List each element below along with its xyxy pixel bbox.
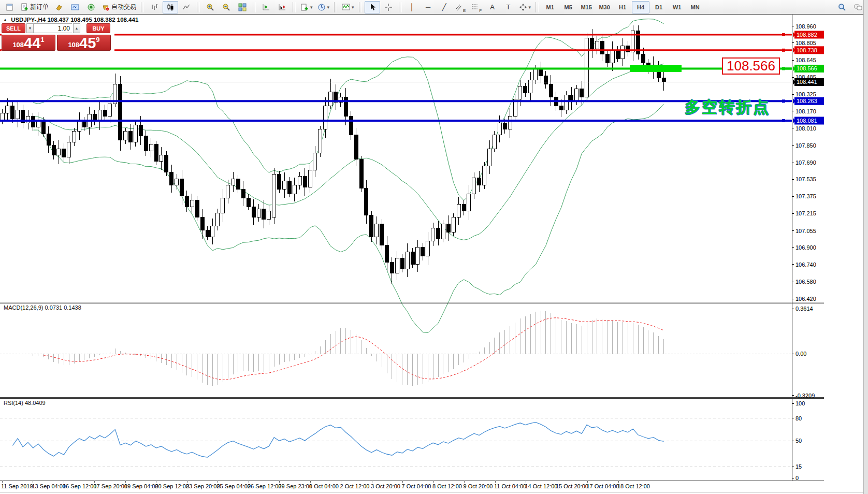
buy-button[interactable]: BUY xyxy=(86,23,110,33)
candles xyxy=(1,25,666,284)
sell-price-prefix: 108 xyxy=(12,41,24,49)
ohlc-values-label: 108.437 108.495 108.382 108.441 xyxy=(47,17,138,23)
buy-price-button[interactable]: 108459 xyxy=(57,35,111,51)
window-right-edge xyxy=(863,0,868,494)
svg-text:-0.3209: -0.3209 xyxy=(795,393,815,399)
svg-text:108.805: 108.805 xyxy=(795,40,816,46)
svg-text:106.900: 106.900 xyxy=(795,244,816,251)
svg-text:107.690: 107.690 xyxy=(795,159,816,166)
hline-handle xyxy=(782,49,785,52)
svg-text:7 Oct 04:00: 7 Oct 04:00 xyxy=(402,483,431,489)
macd-histogram xyxy=(33,311,664,386)
svg-text:25 Sep 04:00: 25 Sep 04:00 xyxy=(217,483,251,489)
volume-input[interactable] xyxy=(34,23,72,33)
svg-text:107.215: 107.215 xyxy=(795,210,816,216)
svg-text:108.010: 108.010 xyxy=(795,125,816,132)
buy-price-prefix: 108 xyxy=(68,41,79,49)
svg-text:14 Oct 12:00: 14 Oct 12:00 xyxy=(525,483,558,489)
svg-text:108.738: 108.738 xyxy=(797,47,817,53)
svg-text:107.850: 107.850 xyxy=(795,142,816,149)
svg-text:108.566: 108.566 xyxy=(797,65,817,71)
macd-label: MACD(12,26,9) 0.0731 0.1438 xyxy=(4,304,81,311)
svg-text:3 Oct 20:00: 3 Oct 20:00 xyxy=(371,483,400,489)
svg-text:108.960: 108.960 xyxy=(795,23,816,30)
symbol-period-label: USDJPY-,H4 xyxy=(11,17,46,23)
green-zone-rect[interactable] xyxy=(630,65,682,72)
bollinger-bands xyxy=(33,19,664,333)
svg-text:8 Oct 12:00: 8 Oct 12:00 xyxy=(432,483,462,489)
svg-text:50: 50 xyxy=(795,438,802,444)
hline-handle xyxy=(782,67,785,70)
svg-text:26 Sep 12:00: 26 Sep 12:00 xyxy=(248,483,281,489)
svg-text:107.375: 107.375 xyxy=(795,193,816,199)
terminal-window: 新订单 自动交易 xyxy=(0,0,868,494)
volume-increase-button[interactable]: ▲ xyxy=(73,23,80,33)
svg-text:108.325: 108.325 xyxy=(795,91,816,97)
rsi-line xyxy=(12,422,663,457)
price-callout-label[interactable]: 108.566 xyxy=(722,57,780,75)
collapse-arrow-icon[interactable]: ▲ xyxy=(3,18,7,22)
chart-area: 108.960108.805108.645108.485108.325108.1… xyxy=(0,0,868,494)
svg-text:17 Sep 20:00: 17 Sep 20:00 xyxy=(94,483,127,489)
sell-button[interactable]: SELL xyxy=(2,23,25,33)
rsi-label: RSI(14) 48.0409 xyxy=(4,400,46,406)
svg-text:107.535: 107.535 xyxy=(795,176,816,182)
one-click-trading-panel: SELL ▼ ▲ BUY 108441 108459 xyxy=(2,23,114,52)
down-arrow-icon: ▼ xyxy=(28,26,32,30)
sell-price-big: 44 xyxy=(24,36,40,50)
svg-text:108.441: 108.441 xyxy=(797,79,817,85)
svg-text:100: 100 xyxy=(795,400,805,406)
pane-frames xyxy=(0,14,868,492)
macd-signal-line xyxy=(44,318,664,380)
svg-text:15: 15 xyxy=(795,463,802,470)
svg-text:106.420: 106.420 xyxy=(795,296,816,302)
volume-decrease-button[interactable]: ▼ xyxy=(26,23,34,33)
buy-price-big: 45 xyxy=(79,36,96,50)
buy-price-sup: 9 xyxy=(96,36,99,43)
svg-text:108.882: 108.882 xyxy=(797,32,817,38)
svg-text:108.170: 108.170 xyxy=(795,108,816,114)
svg-text:19 Sep 04:00: 19 Sep 04:00 xyxy=(124,483,158,489)
svg-text:29 Sep 23:00: 29 Sep 23:00 xyxy=(279,483,312,489)
svg-text:2 Oct 12:00: 2 Oct 12:00 xyxy=(340,483,370,489)
up-arrow-icon: ▲ xyxy=(75,26,79,30)
hline-handle xyxy=(782,33,785,36)
hline-handle xyxy=(782,99,785,103)
annotation-text[interactable]: 多空转折点 xyxy=(685,97,770,118)
svg-text:23 Sep 20:00: 23 Sep 20:00 xyxy=(186,483,220,489)
svg-text:80: 80 xyxy=(795,415,802,422)
svg-text:108.081: 108.081 xyxy=(797,118,817,124)
svg-text:20 Sep 12:00: 20 Sep 12:00 xyxy=(155,483,189,489)
chart-title: ▲ USDJPY-,H4 108.437 108.495 108.382 108… xyxy=(3,17,138,23)
svg-text:0.00: 0.00 xyxy=(795,351,806,357)
svg-text:1 Oct 04:00: 1 Oct 04:00 xyxy=(309,483,339,489)
time-axis[interactable] xyxy=(2,481,618,483)
svg-text:108.263: 108.263 xyxy=(797,98,817,104)
svg-text:108.645: 108.645 xyxy=(795,57,816,63)
svg-text:13 Sep 04:00: 13 Sep 04:00 xyxy=(32,483,66,489)
svg-text:9 Oct 20:00: 9 Oct 20:00 xyxy=(464,483,493,489)
svg-text:17 Oct 04:00: 17 Oct 04:00 xyxy=(587,483,619,489)
sell-price-sup: 1 xyxy=(40,36,44,43)
sell-price-button[interactable]: 108441 xyxy=(2,35,55,51)
svg-text:15 Oct 20:00: 15 Oct 20:00 xyxy=(556,483,588,489)
svg-text:11 Sep 2019: 11 Sep 2019 xyxy=(1,483,33,489)
svg-text:11 Oct 04:00: 11 Oct 04:00 xyxy=(494,483,526,489)
svg-text:0: 0 xyxy=(795,475,799,481)
svg-text:106.580: 106.580 xyxy=(795,279,816,285)
svg-text:0.3614: 0.3614 xyxy=(795,306,813,312)
svg-text:16 Sep 12:00: 16 Sep 12:00 xyxy=(63,483,96,489)
hline-handle xyxy=(782,119,785,122)
svg-text:106.740: 106.740 xyxy=(795,261,816,268)
svg-text:18 Oct 12:00: 18 Oct 12:00 xyxy=(617,483,650,489)
svg-text:107.055: 107.055 xyxy=(795,228,816,234)
